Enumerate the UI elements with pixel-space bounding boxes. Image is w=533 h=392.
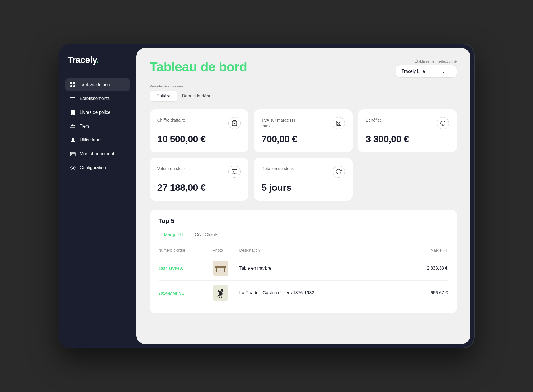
svg-point-12 <box>74 125 75 126</box>
logo: Tracely. <box>65 55 130 65</box>
svg-point-16 <box>72 167 74 169</box>
sidebar-item-livres[interactable]: Livres de police <box>65 106 130 119</box>
product-name: La Ruade - Gaston d'Illiers 1876-1932 <box>239 290 405 295</box>
svg-rect-30 <box>216 268 217 272</box>
tabs-row: Marge HT CA - Clients <box>159 230 448 241</box>
svg-rect-2 <box>70 85 72 87</box>
sidebar-item-label: Livres de police <box>80 110 111 115</box>
stat-card-tva: TVA sur marge HT totale 700,00 € <box>254 109 353 152</box>
stat-value-stock-valeur: 27 188,00 € <box>157 182 241 193</box>
etablissement-label: Établissement sélectionné <box>415 59 457 63</box>
stat-card-benefice: Bénéfice € 3 300,00 € <box>358 109 457 152</box>
device-frame: Tracely. Tableau de bord <box>59 44 475 348</box>
stat-label-benefice: Bénéfice <box>366 117 382 123</box>
top5-title: Top 5 <box>159 217 448 225</box>
stats-grid-row2: Valeur du stock $ 27 188,00 € Rotat <box>150 158 457 201</box>
order-number: 2024-MMFNL <box>159 291 208 295</box>
col-numero: Numéro d'ordre <box>159 248 208 252</box>
etablissement-select[interactable]: Tracely Lille ⌄ <box>396 65 457 78</box>
sidebar-item-label: Tiers <box>80 124 90 129</box>
svg-rect-6 <box>70 100 75 100</box>
main-content: Tableau de bord Établissement sélectionn… <box>136 48 470 344</box>
col-photo: Photo <box>213 248 235 252</box>
svg-point-13 <box>72 138 74 140</box>
stat-label-tva: TVA sur marge HT totale <box>262 117 306 129</box>
svg-rect-3 <box>73 85 75 87</box>
abonnement-icon <box>70 151 76 157</box>
stat-card-chiffre: Chiffre d'affaire 10 500,00 € <box>150 109 248 152</box>
order-number: 2024-UVF6W <box>159 266 208 271</box>
stat-card-stock-rotation: Rotation du stock 5 jours <box>254 158 353 201</box>
chevron-down-icon: ⌄ <box>442 69 445 74</box>
sidebar-item-tableau[interactable]: Tableau de bord <box>65 78 130 91</box>
etablissements-icon <box>70 96 76 102</box>
product-name: Table en marbre <box>239 266 405 271</box>
svg-point-36 <box>221 289 223 292</box>
svg-point-10 <box>72 124 74 126</box>
marge-value: 2 833.33 € <box>409 266 448 271</box>
refresh-icon <box>333 166 345 178</box>
stat-value-stock-rotation: 5 jours <box>262 182 345 193</box>
sidebar-item-utilisateurs[interactable]: Utilisateurs <box>65 134 130 146</box>
svg-rect-8 <box>71 110 73 115</box>
product-photo <box>213 285 228 301</box>
tab-marge[interactable]: Marge HT <box>159 230 189 241</box>
stat-card-header: Bénéfice € <box>366 117 449 129</box>
livres-icon <box>70 109 76 115</box>
sidebar-nav: Tableau de bord Établissements <box>65 78 130 175</box>
svg-point-11 <box>70 125 72 126</box>
svg-rect-0 <box>70 82 72 84</box>
period-label: Période sélectionnée <box>150 84 457 88</box>
sidebar-item-configuration[interactable]: Configuration <box>65 161 130 174</box>
stat-card-stock-valeur: Valeur du stock $ 27 188,00 € <box>150 158 248 201</box>
stat-value-benefice: 3 300,00 € <box>366 134 449 145</box>
svg-line-39 <box>221 295 221 298</box>
svg-rect-5 <box>70 99 75 99</box>
sidebar-item-abonnement[interactable]: Mon abonnement <box>65 148 130 160</box>
svg-marker-37 <box>223 289 224 291</box>
svg-rect-1 <box>73 82 75 84</box>
stat-label-chiffre: Chiffre d'affaire <box>157 117 185 123</box>
stat-label-stock-valeur: Valeur du stock <box>157 166 186 171</box>
sidebar-item-label: Mon abonnement <box>80 151 114 156</box>
logo-name: Tracely <box>68 55 96 65</box>
stat-card-header: Rotation du stock <box>262 166 345 178</box>
etablissement-value: Tracely Lille <box>402 69 425 74</box>
col-designation: Désignation <box>239 248 405 252</box>
table-row: 2024-MMFNL <box>159 281 448 305</box>
svg-rect-15 <box>71 154 72 155</box>
sidebar-item-label: Utilisateurs <box>80 138 102 143</box>
sidebar-item-tiers[interactable]: Tiers <box>65 120 130 133</box>
period-section: Période sélectionnée Entière Depuis le d… <box>150 84 457 102</box>
col-marge: Marge HT <box>409 248 448 252</box>
period-row: Entière Depuis le début <box>150 91 457 102</box>
stats-grid-row1: Chiffre d'affaire 10 500,00 € TVA sur ma… <box>150 109 457 152</box>
logo-dot: . <box>96 55 99 65</box>
tab-ca[interactable]: CA - Clients <box>189 230 224 241</box>
product-photo <box>213 261 228 276</box>
configuration-icon <box>70 165 76 171</box>
svg-text:€: € <box>442 122 443 125</box>
svg-rect-24 <box>232 170 237 173</box>
stat-card-header: Valeur du stock $ <box>157 166 241 178</box>
page-header: Tableau de bord Établissement sélectionn… <box>150 59 457 78</box>
period-badge[interactable]: Entière <box>150 91 178 102</box>
svg-text:$: $ <box>233 171 234 173</box>
svg-rect-14 <box>70 152 75 156</box>
svg-point-21 <box>339 124 340 125</box>
tiers-icon <box>70 123 76 129</box>
etablissement-section: Établissement sélectionné Tracely Lille … <box>396 59 457 78</box>
sidebar-item-label: Tableau de bord <box>80 82 112 87</box>
period-since: Depuis le début <box>182 94 213 99</box>
stat-value-tva: 700,00 € <box>262 134 345 145</box>
euro-icon: € <box>437 117 449 129</box>
top5-card: Top 5 Marge HT CA - Clients Numéro d'ord… <box>150 210 457 313</box>
utilisateurs-icon <box>70 137 76 143</box>
table-header: Numéro d'ordre Photo Désignation Marge H… <box>159 248 448 256</box>
svg-rect-31 <box>224 268 225 272</box>
stat-label-stock-rotation: Rotation du stock <box>262 166 294 171</box>
percent-icon <box>333 117 345 129</box>
sidebar-item-label: Établissements <box>80 96 110 101</box>
sidebar-item-etablissements[interactable]: Établissements <box>65 92 130 105</box>
table-row: 2024-UVF6W Table en ma <box>159 256 448 281</box>
